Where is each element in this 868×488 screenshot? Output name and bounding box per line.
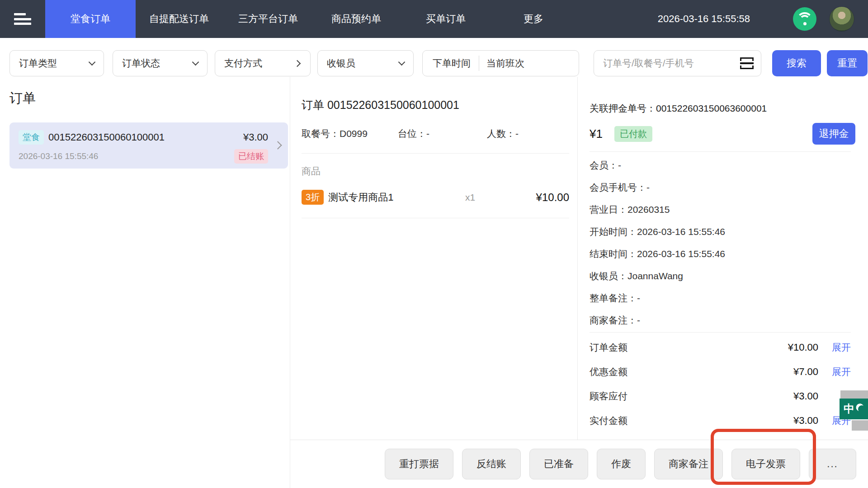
reprint-ticket-button[interactable]: 重打票据 (385, 449, 453, 479)
order-time-label: 下单时间 (423, 57, 479, 70)
deposit-row: ¥1 已付款 退押金 (590, 122, 851, 145)
guest-count: 人数：- (487, 127, 519, 140)
order-amount: ¥3.00 (243, 131, 268, 143)
avatar[interactable] (829, 6, 854, 32)
info-row-start-time: 开始时间：2026-03-16 15:55:46 (590, 221, 851, 243)
ime-mode-button[interactable]: 中 (840, 399, 868, 419)
order-list-panel: 订单 堂食 001522603150060100001 ¥3.00 2026-0… (0, 77, 290, 488)
ime-mode-label: 中 (844, 402, 854, 416)
chevron-right-icon (274, 141, 282, 149)
deposit-amount: ¥1 (590, 127, 603, 141)
amount-row-customer-payable: 顾客应付 ¥3.00 (590, 384, 851, 408)
info-row-member-phone: 会员手机号：- (590, 176, 851, 198)
amount-row-order-total: 订单金额 ¥10.00 展开 (590, 335, 851, 360)
info-row-order-note: 整单备注：- (590, 287, 851, 309)
discount-badge: 3折 (302, 190, 324, 205)
tab-pay-bill-orders[interactable]: 买单订单 (423, 0, 469, 38)
ready-button[interactable]: 已准备 (529, 449, 588, 479)
menu-icon[interactable] (14, 13, 31, 25)
tab-third-party-orders[interactable]: 三方平台订单 (234, 0, 302, 38)
order-type-label: 订单类型 (19, 57, 57, 70)
tab-dine-in-orders[interactable]: 堂食订单 (45, 0, 136, 38)
item-price: ¥10.00 (519, 191, 569, 204)
order-list-item[interactable]: 堂食 001522603150060100001 ¥3.00 2026-03-1… (9, 122, 288, 169)
ime-toolbar-fragment (852, 420, 868, 431)
order-status-dropdown[interactable]: 订单状态 (113, 50, 208, 76)
order-info-list: 会员：- 会员手机号：- 营业日：20260315 开始时间：2026-03-1… (590, 154, 851, 331)
current-shift-value: 当前班次 (479, 57, 532, 70)
cashier-dropdown[interactable]: 收银员 (317, 50, 414, 76)
order-type-dropdown[interactable]: 订单类型 (9, 50, 104, 76)
info-row-merchant-note: 商家备注：- (590, 309, 851, 331)
wifi-status-icon[interactable] (793, 7, 816, 31)
reset-button[interactable]: 重置 (827, 50, 868, 76)
order-status-badge: 已结账 (234, 149, 268, 164)
moon-icon (858, 404, 867, 413)
top-navbar: 堂食订单 自提配送订单 三方平台订单 商品预约单 买单订单 更多 2026-03… (0, 0, 868, 38)
chevron-down-icon (89, 59, 96, 66)
clock: 2026-03-16 15:55:58 (658, 13, 750, 25)
order-type-tag: 堂食 (19, 130, 44, 145)
divider (590, 332, 851, 333)
tab-product-reservation-orders[interactable]: 商品预约单 (328, 0, 385, 38)
order-detail-title: 订单 001522603150060100001 (302, 98, 569, 113)
cashier-label: 收银员 (327, 57, 355, 70)
item-name: 测试专用商品1 (328, 191, 465, 204)
e-invoice-button[interactable]: 电子发票 (731, 449, 800, 479)
tab-more[interactable]: 更多 (523, 0, 544, 38)
order-item-row: 3折 测试专用商品1 x1 ¥10.00 (302, 190, 569, 205)
order-time-filter[interactable]: 下单时间 当前班次 (422, 50, 579, 76)
search-input[interactable] (603, 58, 736, 69)
filter-bar: 订单类型 订单状态 支付方式 收银员 下单时间 当前班次 搜索 重置 (9, 50, 868, 76)
info-row-cashier: 收银员：JoannaWang (590, 265, 851, 287)
order-summary-panel: 关联押金单号：001522603150063600001 ¥1 已付款 退押金 … (578, 77, 868, 440)
ime-drag-handle[interactable] (840, 390, 868, 399)
amount-summary: 订单金额 ¥10.00 展开 优惠金额 ¥7.00 展开 顾客应付 ¥3.00 … (590, 335, 851, 433)
search-box (594, 50, 761, 76)
divider (590, 151, 851, 152)
chevron-down-icon (192, 59, 199, 66)
item-quantity: x1 (465, 192, 519, 203)
chevron-down-icon (398, 59, 406, 66)
refund-deposit-button[interactable]: 退押金 (812, 123, 855, 145)
more-actions-button[interactable]: ... (809, 449, 856, 479)
merchant-note-button[interactable]: 商家备注 (654, 449, 723, 479)
payment-method-label: 支付方式 (224, 57, 262, 70)
amount-row-discount: 优惠金额 ¥7.00 展开 (590, 360, 851, 384)
payment-method-dropdown[interactable]: 支付方式 (215, 50, 311, 76)
void-button[interactable]: 作废 (597, 449, 646, 479)
info-row-end-time: 结束时间：2026-03-16 15:55:46 (590, 243, 851, 265)
info-row-business-date: 营业日：20260315 (590, 198, 851, 221)
info-row-member: 会员：- (590, 154, 851, 176)
amount-row-actual-paid: 实付金额 ¥3.00 展开 (590, 408, 851, 433)
divider (302, 153, 569, 154)
divider (302, 218, 569, 218)
order-status-label: 订单状态 (122, 57, 160, 70)
tab-pickup-delivery-orders[interactable]: 自提配送订单 (145, 0, 213, 38)
order-detail-panel: 订单 001522603150060100001 取餐号：D0999 台位：- … (290, 77, 577, 440)
action-bar: 重打票据 反结账 已准备 作废 商家备注 电子发票 ... (290, 440, 868, 488)
order-list-title: 订单 (9, 89, 290, 108)
table-number: 台位：- (398, 127, 487, 140)
deposit-order-number: 关联押金单号：001522603150063600001 (590, 102, 851, 115)
search-button[interactable]: 搜索 (772, 50, 821, 76)
reverse-settlement-button[interactable]: 反结账 (462, 449, 521, 479)
order-number: 001522603150060100001 (48, 131, 243, 143)
expand-link[interactable]: 展开 (826, 341, 851, 354)
order-time: 2026-03-16 15:55:46 (19, 151, 234, 161)
chevron-right-icon (294, 60, 301, 67)
pickup-number: 取餐号：D0999 (302, 127, 398, 140)
order-meta-row: 取餐号：D0999 台位：- 人数：- (302, 127, 569, 140)
scan-code-icon[interactable] (740, 57, 754, 69)
expand-link[interactable]: 展开 (826, 366, 851, 378)
goods-section-label: 商品 (302, 165, 569, 178)
deposit-paid-badge: 已付款 (614, 126, 652, 142)
